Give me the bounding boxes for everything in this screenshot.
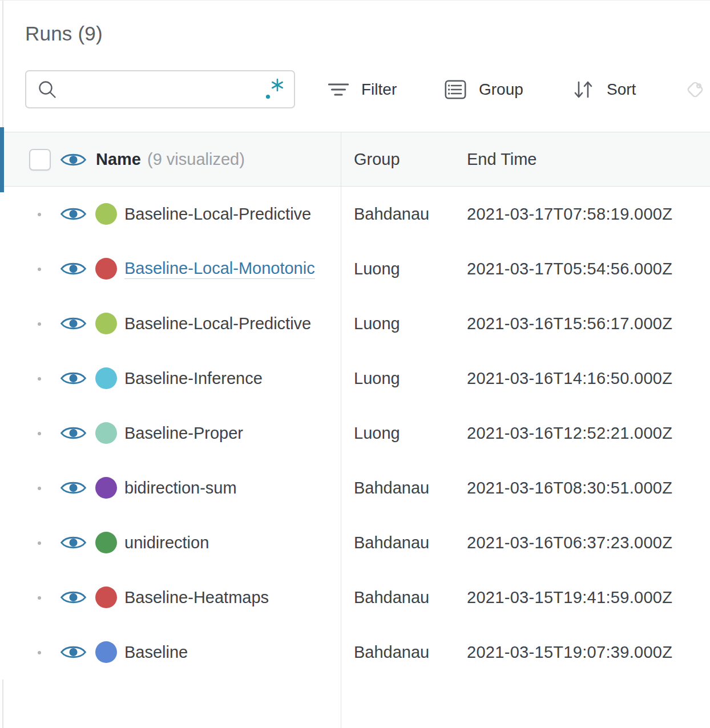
run-name-link[interactable]: Baseline-Heatmaps	[124, 588, 269, 607]
runs-panel: Runs (9)	[0, 0, 710, 728]
sort-button-label: Sort	[607, 80, 636, 99]
sort-button[interactable]: Sort	[572, 74, 636, 106]
run-color-dot	[95, 203, 117, 225]
run-name-link[interactable]: Baseline	[124, 643, 188, 662]
run-group-cell: Bahdanau	[354, 187, 459, 241]
run-color-dot	[95, 532, 117, 553]
run-end-time-cell: 2021-03-16T14:16:50.000Z	[467, 351, 707, 406]
run-name-link[interactable]: bidirection-sum	[124, 479, 237, 498]
run-end-time-cell: 2021-03-17T05:54:56.000Z	[467, 241, 707, 296]
tag-icon	[682, 76, 708, 103]
search-input[interactable]	[58, 71, 264, 107]
table-row[interactable]: Baseline-Heatmaps Bahdanau 2021-03-15T19…	[0, 570, 710, 625]
run-color-dot	[95, 258, 117, 280]
drag-handle[interactable]	[38, 651, 41, 654]
filter-icon	[328, 82, 349, 98]
run-name-cell: Baseline-Inference	[124, 351, 340, 406]
table-row[interactable]: Baseline-Local-Predictive Bahdanau 2021-…	[0, 187, 710, 241]
search-icon	[37, 79, 58, 100]
run-name-cell: Baseline-Local-Predictive	[124, 187, 340, 241]
table-row[interactable]: Baseline Bahdanau 2021-03-15T19:07:39.00…	[0, 625, 710, 680]
run-name-cell: unidirection	[124, 515, 340, 570]
column-header-group[interactable]: Group	[354, 132, 400, 186]
run-color-dot	[95, 313, 117, 334]
group-button-label: Group	[479, 80, 523, 99]
table-header-row: Name (9 visualized) Group End Time	[0, 132, 710, 187]
run-end-time-cell: 2021-03-16T08:30:51.000Z	[467, 460, 707, 515]
run-name-link[interactable]: Baseline-Inference	[124, 369, 263, 388]
run-name-link[interactable]: Baseline-Local-Predictive	[124, 314, 311, 333]
sort-icon	[572, 79, 594, 100]
run-name-cell: Baseline-Local-Monotonic	[124, 241, 340, 296]
visibility-eye-icon[interactable]	[60, 534, 86, 551]
run-name-cell: Baseline-Heatmaps	[124, 570, 340, 625]
drag-handle[interactable]	[38, 432, 41, 435]
table-row[interactable]: Baseline-Local-Monotonic Luong 2021-03-1…	[0, 241, 710, 296]
drag-handle[interactable]	[38, 377, 41, 381]
run-name-link[interactable]: unidirection	[124, 533, 209, 552]
visibility-eye-icon[interactable]	[60, 370, 86, 387]
table-row[interactable]: Baseline-Inference Luong 2021-03-16T14:1…	[0, 351, 710, 406]
select-all-checkbox[interactable]	[29, 149, 51, 171]
drag-handle[interactable]	[38, 322, 41, 326]
run-end-time-cell: 2021-03-15T19:07:39.000Z	[467, 625, 707, 680]
run-group-cell: Luong	[354, 406, 459, 460]
visibility-all-eye-icon[interactable]	[60, 151, 86, 168]
filter-button[interactable]: Filter	[328, 74, 397, 106]
run-color-dot	[95, 422, 117, 444]
visibility-eye-icon[interactable]	[60, 589, 86, 606]
run-name-link[interactable]: Baseline-Local-Predictive	[124, 205, 311, 224]
tag-icon-button[interactable]	[682, 76, 708, 103]
run-color-dot	[95, 587, 117, 608]
group-button[interactable]: Group	[445, 74, 523, 106]
run-group-cell: Bahdanau	[354, 625, 459, 680]
run-name-link[interactable]: Baseline-Proper	[124, 424, 243, 443]
name-column-divider[interactable]	[341, 132, 341, 728]
visibility-eye-icon[interactable]	[60, 260, 86, 277]
visibility-eye-icon[interactable]	[60, 315, 86, 332]
drag-handle[interactable]	[38, 596, 41, 600]
run-name-cell: Baseline	[124, 625, 340, 680]
visibility-eye-icon[interactable]	[60, 644, 86, 661]
run-group-cell: Bahdanau	[354, 570, 459, 625]
run-end-time-cell: 2021-03-17T07:58:19.000Z	[467, 187, 707, 241]
run-search-box[interactable]	[25, 70, 295, 108]
run-color-dot	[95, 477, 117, 499]
run-name-cell: Baseline-Proper	[124, 406, 340, 460]
runs-table-body: Baseline-Local-Predictive Bahdanau 2021-…	[0, 187, 710, 680]
table-row[interactable]: bidirection-sum Bahdanau 2021-03-16T08:3…	[0, 460, 710, 515]
run-end-time-cell: 2021-03-16T15:56:17.000Z	[467, 296, 707, 351]
group-icon	[445, 80, 466, 99]
visibility-eye-icon[interactable]	[60, 205, 86, 223]
regex-toggle-icon[interactable]	[264, 78, 285, 102]
visibility-eye-icon[interactable]	[60, 424, 86, 442]
run-group-cell: Luong	[354, 296, 459, 351]
visibility-eye-icon[interactable]	[60, 479, 86, 496]
run-group-cell: Luong	[354, 241, 459, 296]
drag-handle[interactable]	[38, 541, 41, 545]
drag-handle[interactable]	[38, 213, 41, 216]
visualized-count-note: (9 visualized)	[147, 150, 245, 169]
table-row[interactable]: Baseline-Proper Luong 2021-03-16T12:52:2…	[0, 406, 710, 460]
column-header-name[interactable]: Name	[96, 150, 141, 169]
run-name-cell: bidirection-sum	[124, 460, 340, 515]
drag-handle[interactable]	[38, 268, 41, 271]
filter-button-label: Filter	[361, 80, 397, 99]
run-end-time-cell: 2021-03-16T12:52:21.000Z	[467, 406, 707, 460]
table-row[interactable]: Baseline-Local-Predictive Luong 2021-03-…	[0, 296, 710, 351]
header-accent-bar	[0, 127, 4, 192]
run-end-time-cell: 2021-03-16T06:37:23.000Z	[467, 515, 707, 570]
run-end-time-cell: 2021-03-15T19:41:59.000Z	[467, 570, 707, 625]
column-header-end-time[interactable]: End Time	[467, 132, 537, 186]
run-name-cell: Baseline-Local-Predictive	[124, 296, 340, 351]
page-title: Runs (9)	[25, 22, 103, 45]
table-row[interactable]: unidirection Bahdanau 2021-03-16T06:37:2…	[0, 515, 710, 570]
run-group-cell: Bahdanau	[354, 460, 459, 515]
run-group-cell: Luong	[354, 351, 459, 406]
run-color-dot	[95, 641, 117, 663]
drag-handle[interactable]	[38, 487, 41, 490]
run-group-cell: Bahdanau	[354, 515, 459, 570]
run-name-link[interactable]: Baseline-Local-Monotonic	[124, 259, 315, 279]
run-color-dot	[95, 367, 117, 389]
